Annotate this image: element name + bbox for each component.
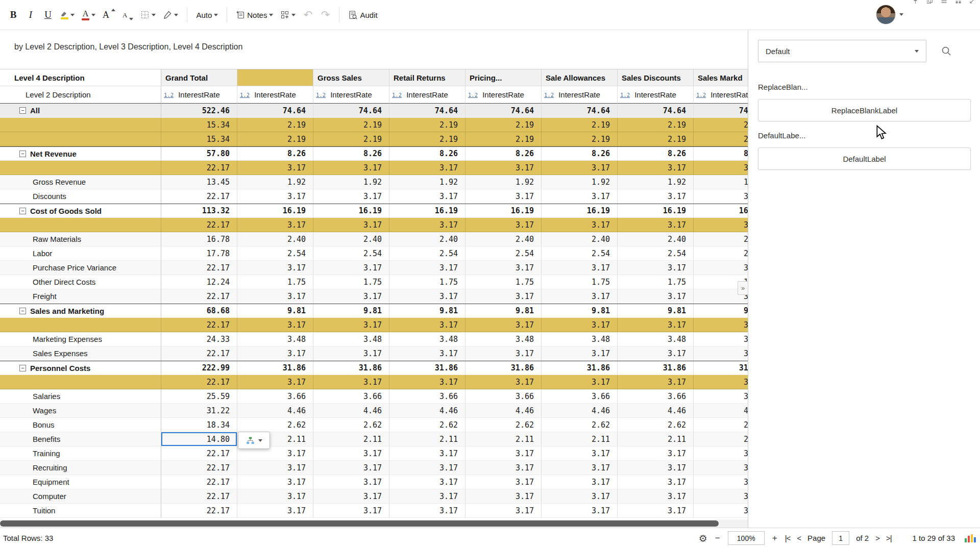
zoom-in-button[interactable]: +: [771, 533, 778, 543]
value-cell[interactable]: 31.86: [618, 361, 694, 375]
value-cell[interactable]: 16.19: [694, 204, 748, 218]
value-cell[interactable]: 2.19: [237, 118, 313, 132]
value-cell[interactable]: 2.19: [542, 118, 618, 132]
value-cell[interactable]: 3.17: [237, 475, 313, 489]
value-cell[interactable]: 3.17: [237, 489, 313, 504]
value-cell[interactable]: 9.81: [389, 304, 465, 318]
row-label-cell[interactable]: [0, 132, 161, 146]
value-cell[interactable]: 3.17: [542, 504, 618, 518]
value-cell[interactable]: 1.75: [237, 275, 313, 289]
value-cell[interactable]: 25.59: [161, 389, 237, 404]
row-label-cell[interactable]: Training: [0, 446, 161, 461]
value-cell[interactable]: 22.17: [161, 375, 237, 389]
default-label-button[interactable]: DefaultLabel: [758, 147, 971, 170]
value-cell[interactable]: 1.75: [389, 275, 465, 289]
value-cell[interactable]: 16.78: [161, 232, 237, 246]
value-cell[interactable]: 2.19: [313, 118, 389, 132]
value-cell[interactable]: 9.81: [542, 304, 618, 318]
format-painter-button[interactable]: [160, 5, 181, 25]
value-cell[interactable]: 31.86: [313, 361, 389, 375]
value-cell[interactable]: 2.40: [465, 232, 542, 246]
value-cell[interactable]: 22.17: [161, 446, 237, 461]
value-cell[interactable]: 18.34: [161, 418, 237, 432]
value-cell[interactable]: 57.80: [161, 147, 237, 161]
value-cell[interactable]: 74.64: [313, 104, 389, 118]
value-cell[interactable]: 2.54: [542, 246, 618, 261]
last-page-button[interactable]: >|: [886, 534, 892, 542]
value-cell[interactable]: 3.17: [465, 375, 542, 389]
search-button[interactable]: [941, 45, 952, 57]
column-header[interactable]: Sales Markd: [694, 69, 748, 86]
value-cell[interactable]: 3.17: [542, 475, 618, 489]
value-cell[interactable]: 3.17: [237, 504, 313, 518]
value-cell[interactable]: 3.17: [237, 218, 313, 232]
value-cell[interactable]: 3.48: [618, 332, 694, 346]
replace-blank-label-button[interactable]: ReplaceBlankLabel: [758, 99, 971, 121]
value-cell[interactable]: 3.48: [694, 332, 748, 346]
row-label-cell[interactable]: −Net Revenue: [0, 147, 161, 161]
notes-button[interactable]: Notes: [233, 5, 276, 25]
value-cell[interactable]: 3.17: [542, 289, 618, 304]
value-cell[interactable]: 1.75: [542, 275, 618, 289]
value-cell[interactable]: 74.64: [618, 104, 694, 118]
value-cell[interactable]: 3.17: [694, 161, 748, 175]
value-cell[interactable]: 1.92: [237, 175, 313, 189]
scrollbar-thumb[interactable]: [0, 520, 719, 527]
column-header[interactable]: Grand Total: [161, 69, 237, 86]
value-cell[interactable]: 9.81: [465, 304, 542, 318]
value-cell[interactable]: 2.40: [389, 232, 465, 246]
row-label-cell[interactable]: [0, 318, 161, 332]
value-cell[interactable]: 31.22: [161, 404, 237, 418]
menu-icon[interactable]: [941, 0, 947, 4]
panel-expand-button[interactable]: »: [738, 281, 748, 295]
value-cell[interactable]: 22.17: [161, 461, 237, 475]
value-cell[interactable]: 3.17: [313, 189, 389, 204]
row-label-cell[interactable]: Raw Materials: [0, 232, 161, 246]
undo-button[interactable]: ↶: [300, 5, 316, 25]
value-cell[interactable]: 2.62: [389, 418, 465, 432]
pin-icon[interactable]: [912, 0, 919, 4]
value-cell[interactable]: 9.81: [618, 304, 694, 318]
value-cell[interactable]: 3.17: [237, 461, 313, 475]
value-cell[interactable]: 3.17: [694, 489, 748, 504]
value-cell[interactable]: 22.17: [161, 346, 237, 361]
row-label-cell[interactable]: [0, 218, 161, 232]
user-menu[interactable]: [876, 5, 903, 24]
value-cell[interactable]: 3.17: [313, 289, 389, 304]
value-cell[interactable]: 4.46: [618, 404, 694, 418]
value-cell[interactable]: 3.17: [237, 346, 313, 361]
value-cell[interactable]: 3.17: [389, 318, 465, 332]
value-cell[interactable]: 3.17: [389, 504, 465, 518]
value-cell[interactable]: 9.81: [313, 304, 389, 318]
value-cell[interactable]: 4.46: [389, 404, 465, 418]
row-label-cell[interactable]: Tuition: [0, 504, 161, 518]
page-number-input[interactable]: 1: [832, 531, 849, 545]
row-label-cell[interactable]: −Cost of Goods Sold: [0, 204, 161, 218]
value-cell[interactable]: 3.17: [389, 218, 465, 232]
value-cell[interactable]: 22.17: [161, 489, 237, 504]
value-cell[interactable]: 22.17: [161, 475, 237, 489]
value-cell[interactable]: 31.86: [694, 361, 748, 375]
value-cell[interactable]: 522.46: [161, 104, 237, 118]
value-cell[interactable]: 9.81: [694, 304, 748, 318]
first-page-button[interactable]: |<: [785, 534, 791, 542]
column-header[interactable]: Sale Allowances: [542, 69, 618, 86]
value-cell[interactable]: 2.62: [694, 418, 748, 432]
value-cell[interactable]: 3.17: [542, 446, 618, 461]
zoom-level[interactable]: 100%: [728, 531, 765, 545]
value-cell[interactable]: 2.62: [313, 418, 389, 432]
value-cell[interactable]: 2.19: [542, 132, 618, 146]
value-cell[interactable]: 3.66: [313, 389, 389, 404]
audit-button[interactable]: Audit: [345, 5, 380, 25]
value-cell[interactable]: 113.32: [161, 204, 237, 218]
collapse-icon[interactable]: −: [19, 365, 26, 371]
value-cell[interactable]: 3.17: [694, 504, 748, 518]
value-cell[interactable]: 3.17: [618, 375, 694, 389]
value-cell[interactable]: 3.17: [313, 161, 389, 175]
row-label-cell[interactable]: [0, 375, 161, 389]
row-label-cell[interactable]: −Sales and Marketing: [0, 304, 161, 318]
value-cell[interactable]: 2.19: [465, 118, 542, 132]
value-cell[interactable]: 2.40: [618, 232, 694, 246]
value-cell[interactable]: 3.17: [389, 289, 465, 304]
row-label-cell[interactable]: Computer: [0, 489, 161, 504]
